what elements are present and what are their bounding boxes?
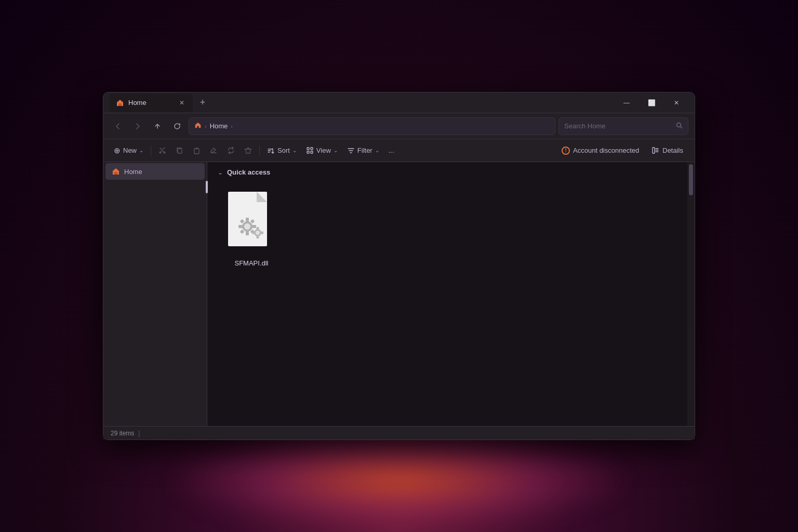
quick-access-chevron: ⌄ <box>218 169 223 176</box>
tab-home[interactable]: Home ✕ <box>110 94 193 112</box>
search-icon <box>676 122 683 130</box>
copy-button[interactable] <box>171 143 188 158</box>
svg-rect-17 <box>246 218 249 222</box>
filter-button[interactable]: Filter ⌄ <box>343 143 383 158</box>
rename-button[interactable] <box>206 143 222 158</box>
svg-rect-6 <box>307 148 309 150</box>
svg-rect-29 <box>252 232 255 234</box>
scrollbar-thumb[interactable] <box>689 164 693 195</box>
address-chevron-2: › <box>231 123 233 129</box>
filter-label: Filter <box>357 147 373 154</box>
sort-icon <box>267 147 275 154</box>
maximize-button[interactable]: ⬜ <box>640 95 663 111</box>
svg-rect-0 <box>118 103 122 106</box>
share-button[interactable] <box>223 143 239 158</box>
details-button[interactable]: Details <box>646 144 688 156</box>
sort-label: Sort <box>277 147 290 154</box>
refresh-icon <box>174 123 181 130</box>
view-label: View <box>316 147 331 154</box>
new-tab-button[interactable]: + <box>195 95 210 111</box>
forward-icon <box>134 123 141 130</box>
back-icon <box>114 123 122 130</box>
scrollbar-track[interactable] <box>687 162 695 426</box>
cut-icon <box>158 147 166 154</box>
filter-icon <box>347 147 355 154</box>
refresh-button[interactable] <box>169 118 185 135</box>
nav-bar: › Home › Search Home <box>103 113 695 139</box>
minimize-button[interactable]: — <box>615 95 639 111</box>
sidebar-home-icon <box>112 167 120 176</box>
tab-area: Home ✕ + <box>110 94 615 112</box>
svg-rect-11 <box>114 172 117 175</box>
sort-button[interactable]: Sort ⌄ <box>263 143 301 158</box>
sidebar-home-wrapper: Home <box>103 162 207 181</box>
svg-rect-20 <box>252 225 256 228</box>
details-label: Details <box>662 147 683 154</box>
paste-icon <box>193 147 201 154</box>
svg-rect-10 <box>653 148 655 153</box>
svg-rect-30 <box>260 232 263 234</box>
cut-button[interactable] <box>154 143 170 158</box>
file-name-sfmapi: SFMAPI.dll <box>234 259 268 267</box>
svg-point-1 <box>677 123 681 127</box>
sidebar-home-label: Home <box>124 168 142 176</box>
file-icon-wrapper <box>225 192 277 254</box>
file-area: ⌄ Quick access <box>207 162 687 426</box>
svg-rect-28 <box>257 235 259 238</box>
sidebar-active-indicator <box>206 181 208 193</box>
new-chevron: ⌄ <box>139 148 143 153</box>
status-count: 29 items <box>111 430 134 437</box>
svg-rect-4 <box>178 149 182 153</box>
copy-icon <box>176 147 183 154</box>
toolbar-right: Account disconnected Details <box>556 144 688 157</box>
svg-rect-18 <box>246 231 249 235</box>
tab-close-button[interactable]: ✕ <box>177 98 187 108</box>
new-label: New <box>123 147 137 154</box>
address-home-icon <box>194 122 202 130</box>
search-placeholder: Search Home <box>564 122 672 130</box>
svg-rect-19 <box>238 225 243 228</box>
files-grid: SFMAPI.dll <box>207 182 687 426</box>
search-bar[interactable]: Search Home <box>558 117 688 135</box>
sort-chevron: ⌄ <box>292 148 297 153</box>
file-explorer-window: Home ✕ + — ⬜ ✕ <box>103 92 695 440</box>
file-item-sfmapi[interactable]: SFMAPI.dll <box>218 188 285 271</box>
window-controls: — ⬜ ✕ <box>615 95 688 111</box>
address-bar[interactable]: › Home › <box>189 117 555 135</box>
new-button[interactable]: ⊕ New ⌄ <box>110 143 148 158</box>
more-button[interactable]: ... <box>384 143 398 158</box>
svg-rect-8 <box>307 151 309 153</box>
rename-icon <box>210 147 218 154</box>
forward-button[interactable] <box>129 118 146 135</box>
svg-rect-27 <box>257 227 259 230</box>
status-separator: | <box>138 430 140 437</box>
delete-button[interactable] <box>240 143 256 158</box>
svg-point-26 <box>256 231 260 235</box>
dll-file-icon <box>225 192 277 251</box>
details-icon <box>651 147 659 154</box>
quick-access-header[interactable]: ⌄ Quick access <box>207 162 687 182</box>
address-chevron-1: › <box>205 123 207 129</box>
title-bar: Home ✕ + — ⬜ ✕ <box>103 92 695 113</box>
paste-button[interactable] <box>189 143 205 158</box>
sidebar-item-home[interactable]: Home <box>105 163 205 180</box>
view-icon <box>306 147 314 154</box>
up-button[interactable] <box>149 118 166 135</box>
sidebar: Home <box>103 162 207 426</box>
tab-home-label: Home <box>128 99 147 107</box>
account-disconnected-label: Account disconnected <box>573 147 639 154</box>
new-icon: ⊕ <box>114 146 121 155</box>
svg-rect-9 <box>311 151 313 153</box>
home-tab-icon <box>116 99 124 107</box>
view-button[interactable]: View ⌄ <box>302 143 342 158</box>
svg-rect-7 <box>311 148 313 150</box>
svg-point-16 <box>244 223 250 230</box>
main-content: Home ⌄ Quick access <box>103 162 695 426</box>
back-button[interactable] <box>110 118 126 135</box>
account-disconnected-icon <box>562 147 570 155</box>
close-button[interactable]: ✕ <box>664 95 688 111</box>
svg-rect-5 <box>194 149 199 154</box>
toolbar: ⊕ New ⌄ <box>103 139 695 162</box>
address-location: Home <box>210 122 228 130</box>
account-disconnected-button[interactable]: Account disconnected <box>556 144 644 157</box>
